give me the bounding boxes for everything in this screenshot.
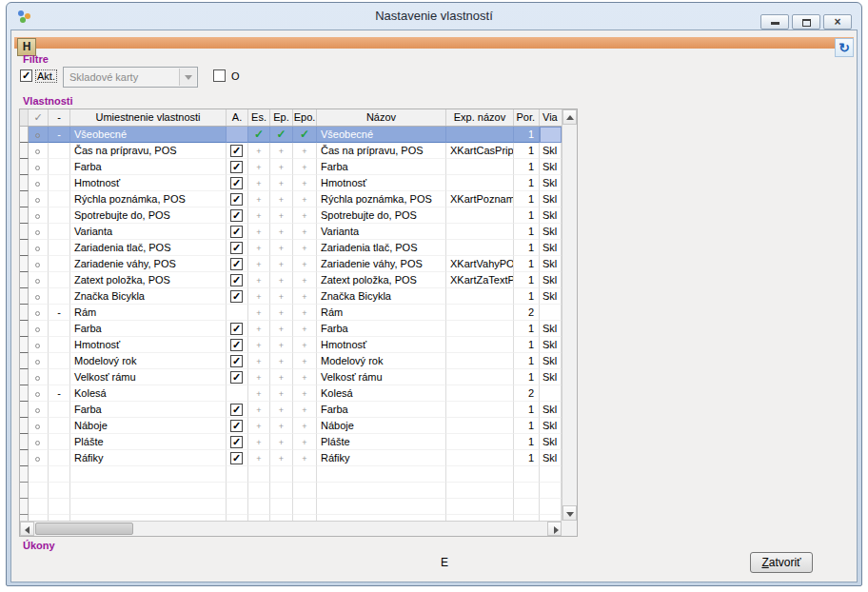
collapse-cell[interactable] bbox=[49, 434, 70, 450]
exp-nazov-cell[interactable] bbox=[446, 175, 514, 191]
active-checkbox[interactable]: ✓ bbox=[230, 290, 243, 303]
exp-nazov-cell[interactable] bbox=[446, 353, 514, 369]
row-select-cell[interactable] bbox=[29, 127, 49, 143]
es-cell[interactable]: + bbox=[248, 159, 270, 175]
es-cell[interactable]: + bbox=[248, 321, 270, 337]
nazov-cell[interactable]: Farba bbox=[317, 321, 446, 337]
collapse-cell[interactable] bbox=[49, 369, 70, 385]
via-cell[interactable]: Skl bbox=[540, 337, 562, 353]
collapse-cell[interactable] bbox=[49, 175, 70, 191]
via-cell[interactable]: Skl bbox=[540, 418, 562, 434]
table-row[interactable]: Plášte✓+++Plášte1Skl bbox=[20, 434, 562, 450]
minimize-button[interactable] bbox=[760, 14, 789, 30]
via-cell[interactable]: Skl bbox=[540, 321, 562, 337]
nazov-cell[interactable]: Varianta bbox=[317, 224, 446, 240]
epo-cell[interactable]: + bbox=[293, 434, 317, 450]
collapse-cell[interactable] bbox=[49, 353, 70, 369]
active-checkbox[interactable]: ✓ bbox=[230, 177, 243, 189]
por-cell[interactable]: 1 bbox=[514, 402, 540, 418]
active-checkbox-cell[interactable]: ✓ bbox=[227, 207, 248, 224]
placement-cell[interactable]: Zatext položka, POS bbox=[70, 272, 227, 288]
active-checkbox-cell[interactable]: ✓ bbox=[227, 337, 248, 353]
ep-cell[interactable]: + bbox=[270, 272, 293, 288]
placement-cell[interactable]: Značka Bicykla bbox=[70, 288, 227, 305]
via-cell[interactable]: Skl bbox=[540, 175, 562, 191]
es-cell[interactable]: + bbox=[248, 288, 270, 305]
es-cell[interactable]: + bbox=[248, 207, 270, 224]
ep-cell[interactable]: + bbox=[270, 224, 293, 240]
table-row[interactable]: Velkosť rámu✓+++Velkosť rámu1Skl bbox=[20, 369, 562, 385]
o-checkbox-label[interactable]: O bbox=[231, 70, 240, 82]
epo-cell[interactable]: + bbox=[293, 450, 317, 466]
exp-nazov-cell[interactable] bbox=[446, 385, 514, 402]
collapse-cell[interactable] bbox=[49, 143, 70, 159]
ep-cell[interactable]: + bbox=[270, 191, 293, 207]
exp-nazov-cell[interactable]: XKartPoznamk bbox=[446, 191, 514, 207]
placement-cell[interactable]: Velkosť rámu bbox=[70, 369, 227, 385]
active-checkbox[interactable]: ✓ bbox=[230, 258, 243, 270]
epo-cell[interactable]: + bbox=[293, 369, 317, 385]
titlebar[interactable]: Nastavenie vlastností × bbox=[7, 3, 861, 30]
ep-cell[interactable]: + bbox=[270, 159, 293, 175]
table-row[interactable]: Varianta✓+++Varianta1Skl bbox=[20, 224, 562, 240]
es-cell[interactable]: + bbox=[248, 256, 270, 272]
table-row[interactable]: Zariadenie váhy, POS✓+++Zariadenie váhy,… bbox=[20, 256, 562, 272]
por-cell[interactable]: 1 bbox=[514, 369, 540, 385]
ep-cell[interactable]: + bbox=[270, 418, 293, 434]
exp-nazov-cell[interactable] bbox=[446, 159, 514, 175]
nazov-cell[interactable]: Plášte bbox=[317, 434, 446, 450]
nazov-cell[interactable]: Ráfiky bbox=[317, 450, 446, 466]
por-cell[interactable]: 1 bbox=[514, 353, 540, 369]
ep-cell[interactable]: + bbox=[270, 337, 293, 353]
collapse-cell[interactable] bbox=[49, 418, 70, 434]
via-cell[interactable]: Skl bbox=[540, 402, 562, 418]
collapse-cell[interactable] bbox=[49, 402, 70, 418]
por-cell[interactable]: 1 bbox=[514, 159, 540, 175]
ep-cell[interactable]: + bbox=[270, 450, 293, 466]
placement-cell[interactable]: Varianta bbox=[70, 224, 227, 240]
collapse-cell[interactable]: - bbox=[49, 305, 70, 321]
row-select-cell[interactable] bbox=[29, 337, 49, 353]
active-checkbox[interactable]: ✓ bbox=[230, 436, 243, 448]
epo-cell[interactable]: + bbox=[293, 272, 317, 288]
placement-cell[interactable]: Ráfiky bbox=[70, 450, 227, 466]
epo-cell[interactable]: + bbox=[293, 385, 317, 402]
nazov-cell[interactable]: Čas na prípravu, POS bbox=[317, 143, 446, 159]
table-row[interactable]: Rýchla poznámka, POS✓+++Rýchla poznámka,… bbox=[20, 191, 562, 207]
refresh-button[interactable]: ↻ bbox=[835, 38, 854, 57]
ep-cell[interactable]: + bbox=[270, 207, 293, 224]
table-row[interactable]: Značka Bicykla✓+++Značka Bicykla1Skl bbox=[20, 288, 562, 305]
active-checkbox-cell[interactable]: ✓ bbox=[227, 175, 248, 191]
exp-nazov-cell[interactable] bbox=[446, 418, 514, 434]
por-cell[interactable]: 1 bbox=[514, 434, 540, 450]
header-select[interactable]: ✓ bbox=[29, 109, 49, 126]
active-checkbox[interactable]: ✓ bbox=[230, 420, 243, 432]
ep-cell[interactable]: + bbox=[270, 402, 293, 418]
nazov-cell[interactable]: Rám bbox=[317, 305, 446, 321]
placement-cell[interactable]: Hmotnosť bbox=[70, 337, 227, 353]
empty-table-row[interactable] bbox=[20, 483, 562, 499]
exp-nazov-cell[interactable] bbox=[446, 337, 514, 353]
nazov-cell[interactable]: Farba bbox=[317, 402, 446, 418]
table-row[interactable]: Zatext položka, POS✓+++Zatext položka, P… bbox=[20, 272, 562, 288]
row-select-cell[interactable] bbox=[29, 207, 49, 224]
epo-cell[interactable]: + bbox=[293, 288, 317, 305]
active-checkbox-cell[interactable]: ✓ bbox=[227, 143, 248, 159]
active-checkbox-cell[interactable]: ✓ bbox=[227, 353, 248, 369]
active-checkbox[interactable]: ✓ bbox=[230, 145, 243, 157]
por-cell[interactable]: 1 bbox=[514, 418, 540, 434]
active-checkbox-cell[interactable]: ✓ bbox=[227, 240, 248, 256]
nazov-cell[interactable]: Spotrebujte do, POS bbox=[317, 207, 446, 224]
placement-cell[interactable]: Zariadenia tlač, POS bbox=[70, 240, 227, 256]
por-cell[interactable]: 2 bbox=[514, 305, 540, 321]
collapse-cell[interactable] bbox=[49, 256, 70, 272]
exp-nazov-cell[interactable] bbox=[446, 434, 514, 450]
table-row[interactable]: Farba✓+++Farba1Skl bbox=[20, 321, 562, 337]
active-checkbox-cell[interactable]: ✓ bbox=[227, 434, 248, 450]
exp-nazov-cell[interactable]: XKartCasPripra bbox=[446, 143, 514, 159]
row-select-cell[interactable] bbox=[29, 353, 49, 369]
empty-table-row[interactable] bbox=[20, 499, 562, 515]
epo-cell[interactable]: + bbox=[293, 305, 317, 321]
collapse-cell[interactable] bbox=[49, 337, 70, 353]
nazov-cell[interactable]: Náboje bbox=[317, 418, 446, 434]
